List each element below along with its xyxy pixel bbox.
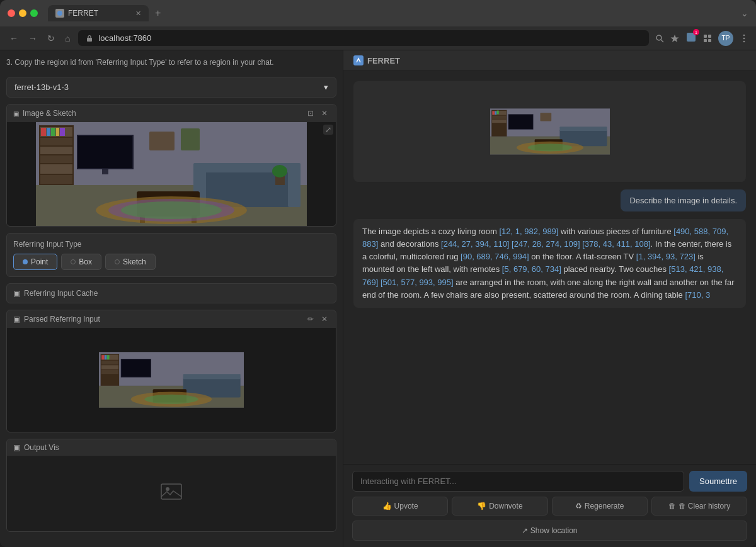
- expand-btn[interactable]: ⤢: [323, 125, 333, 135]
- active-tab[interactable]: FERRET ✕: [48, 5, 149, 21]
- home-button[interactable]: ⌂: [63, 31, 72, 45]
- coord-4: [247, 28, 274, 109]: [512, 239, 580, 249]
- tab-expand-icon[interactable]: ⌄: [741, 8, 748, 18]
- referring-input-type-section: Referring Input Type Point Box Sketch: [6, 233, 336, 277]
- user-message-text: Describe the image in details.: [629, 196, 737, 205]
- ferret-header: FERRET: [343, 50, 756, 71]
- chat-input[interactable]: [352, 471, 684, 492]
- sketch-button[interactable]: Sketch: [105, 254, 156, 270]
- image-sketch-label: Image & Sketch: [23, 109, 76, 118]
- forward-button[interactable]: →: [26, 31, 39, 45]
- chat-image-message: [353, 81, 746, 182]
- refresh-button[interactable]: ↻: [45, 31, 57, 45]
- browser-window: FERRET ✕ + ⌄ ← → ↻ ⌂ localhost:7860: [0, 0, 756, 547]
- regenerate-button[interactable]: ♻ Regenerate: [552, 497, 648, 516]
- tab-favicon: [55, 9, 64, 18]
- bottom-bar: Soumettre 👍 Upvote 👎 Downvote ♻ Regenera…: [343, 464, 756, 547]
- star-icon[interactable]: [670, 34, 679, 43]
- chat-area[interactable]: Describe the image in details. The image…: [343, 71, 756, 464]
- output-vis-header: ▣ Output Vis: [7, 439, 336, 456]
- svg-marker-4: [671, 35, 679, 42]
- parsed-referring-input-section: ▣ Parsed Referring Input ✏ ✕: [6, 310, 336, 432]
- svg-rect-23: [41, 128, 46, 136]
- coord-1: [12, 1, 982, 989]: [499, 227, 558, 236]
- svg-rect-19: [40, 147, 72, 154]
- extension-icon-container: 1: [685, 31, 697, 45]
- referring-input-type-label: Referring Input Type: [13, 240, 329, 249]
- svg-rect-54: [105, 355, 106, 359]
- box-button[interactable]: Box: [61, 254, 101, 270]
- maximize-button[interactable]: [30, 9, 38, 17]
- svg-point-10: [743, 34, 745, 36]
- svg-line-3: [661, 40, 663, 42]
- upvote-button[interactable]: 👍 Upvote: [352, 497, 448, 516]
- parsed-icon: ▣: [13, 315, 20, 324]
- coord-8: [5, 679, 60, 734]: [502, 264, 561, 274]
- referring-input-type-buttons: Point Box Sketch: [13, 254, 329, 270]
- room-image-svg: [7, 122, 336, 226]
- show-location-bar[interactable]: ↗ Show location: [352, 521, 747, 541]
- svg-rect-59: [183, 374, 241, 379]
- sketch-dot: [115, 259, 120, 264]
- parsed-actions: ✏ ✕: [306, 314, 329, 324]
- model-selector-value: ferret-13b-v1-3: [14, 82, 69, 92]
- response-text: The image depicts a cozy living room [12…: [362, 225, 737, 302]
- svg-rect-63: [161, 484, 181, 499]
- image-sketch-icon: ▣: [13, 110, 19, 117]
- back-button[interactable]: ←: [8, 31, 20, 45]
- svg-rect-73: [495, 111, 496, 115]
- tab-close-button[interactable]: ✕: [135, 9, 141, 18]
- referring-input-cache-section: ▣ Referring Input Cache: [6, 283, 336, 303]
- parsed-label: Parsed Referring Input: [24, 315, 100, 324]
- point-dot: [23, 259, 28, 264]
- svg-rect-25: [51, 128, 55, 136]
- submit-button[interactable]: Soumettre: [689, 471, 747, 492]
- clear-history-label: 🗑 Clear history: [679, 502, 731, 510]
- left-panel: 3. Copy the region id from 'Referring In…: [0, 50, 343, 547]
- title-bar: FERRET ✕ + ⌄: [0, 0, 756, 26]
- downvote-button[interactable]: 👎 Downvote: [452, 497, 547, 516]
- address-bar[interactable]: localhost:7860: [78, 30, 649, 46]
- point-button[interactable]: Point: [13, 254, 57, 270]
- svg-rect-76: [508, 115, 532, 129]
- new-tab-button[interactable]: +: [151, 6, 164, 20]
- svg-rect-51: [101, 365, 118, 369]
- svg-rect-6: [704, 35, 707, 38]
- model-selector[interactable]: ferret-13b-v1-3 ▾: [6, 77, 336, 98]
- box-label: Box: [79, 257, 92, 266]
- coord-11: [710, 3: [685, 290, 710, 300]
- ferret-logo: [353, 55, 364, 65]
- image-sketch-close-btn[interactable]: ✕: [319, 108, 329, 118]
- parsed-referring-input-header: ▣ Parsed Referring Input ✏ ✕: [7, 310, 336, 328]
- more-options-icon[interactable]: [740, 34, 748, 43]
- coord-5: [378, 43, 411, 108]: [582, 239, 650, 249]
- coord-10: [501, 577, 993, 995]: [381, 278, 454, 287]
- nav-icons-right: 1 TP: [655, 31, 748, 46]
- image-sketch-actions: ⊡ ✕: [306, 108, 329, 118]
- extension-badge: 1: [693, 29, 699, 35]
- svg-rect-24: [47, 128, 50, 136]
- action-buttons: 👍 Upvote 👎 Downvote ♻ Regenerate 🗑 🗑 Cle…: [352, 497, 747, 516]
- svg-rect-52: [101, 370, 118, 374]
- parsed-edit-btn[interactable]: ✏: [306, 314, 316, 324]
- svg-rect-41: [149, 132, 175, 150]
- svg-rect-78: [559, 127, 607, 131]
- parsed-close-btn[interactable]: ✕: [319, 314, 329, 324]
- svg-rect-27: [60, 128, 65, 136]
- upvote-label: Upvote: [394, 502, 418, 510]
- image-sketch-capture-btn[interactable]: ⊡: [306, 108, 316, 118]
- extensions-icon[interactable]: [703, 34, 712, 43]
- minimize-button[interactable]: [19, 9, 26, 17]
- svg-rect-42: [181, 128, 200, 150]
- profile-avatar[interactable]: TP: [718, 31, 733, 46]
- box-dot: [71, 259, 76, 264]
- regenerate-icon: ♻: [575, 502, 582, 510]
- clear-history-button[interactable]: 🗑 🗑 Clear history: [651, 497, 747, 516]
- svg-rect-72: [492, 111, 495, 115]
- referring-input-cache-header: ▣ Referring Input Cache: [13, 289, 329, 298]
- svg-rect-20: [40, 155, 72, 163]
- search-icon[interactable]: [655, 34, 664, 43]
- close-button[interactable]: [8, 9, 15, 17]
- svg-rect-34: [288, 169, 301, 207]
- right-panel: FERRET: [343, 50, 756, 547]
